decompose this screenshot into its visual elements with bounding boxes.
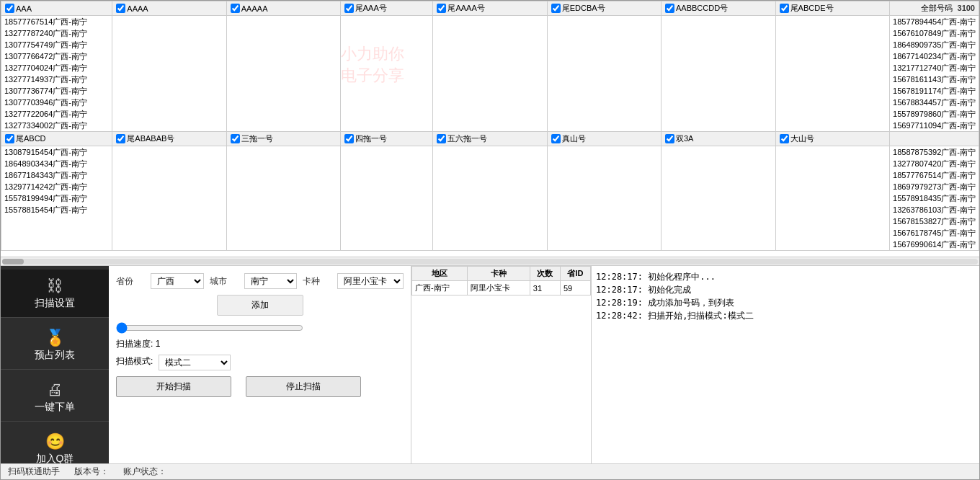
col-checkbox-zhengshan[interactable]	[551, 134, 561, 143]
horizontal-scrollbar[interactable]	[1, 257, 979, 265]
col-checkbox-3tuo1[interactable]	[231, 134, 240, 143]
data-cell-weiAAA	[340, 16, 433, 132]
scan-icon: ⛓	[47, 277, 63, 295]
log-line-1: 12:28:17: 初始化程序中...	[596, 270, 975, 283]
data-cell-all-2: 18587875392广西-南宁 13277807420广西-南宁 185777…	[890, 146, 979, 251]
col-card: 卡种	[467, 267, 530, 281]
col-checkbox-dashan[interactable]	[780, 134, 789, 143]
add-button[interactable]: 添加	[217, 295, 303, 316]
scroll-thumb[interactable]	[2, 259, 24, 265]
nav-reserve-list[interactable]: 🏅 预占列表	[1, 321, 109, 370]
data-cell-weiABCD: 13087915454广西-南宁 18648903434广西-南宁 186771…	[1, 146, 112, 251]
cell-province-id: 59	[560, 281, 590, 295]
col-header-AAAA[interactable]: AAAA	[112, 1, 226, 16]
data-cell-weiEDCBA	[547, 16, 661, 132]
data-cell-weiABABAB	[112, 146, 226, 251]
account-label: 账户状态：	[123, 466, 166, 478]
app-container: 小力助你 电子分享 AAA AAAA AAAAA	[0, 0, 980, 480]
col-checkbox-AABBCCDD[interactable]	[665, 4, 674, 13]
mode-label: 扫描模式:	[116, 355, 153, 368]
oneclick-icon: 🖨	[47, 381, 63, 399]
data-row-1: 18577767514广西-南宁 13277787240广西-南宁 130777…	[1, 16, 979, 132]
col-header-AABBCCDD[interactable]: AABBCCDD号	[662, 1, 776, 16]
col-checkbox-weiABCDE[interactable]	[780, 4, 789, 13]
col-checkbox-shuang3A[interactable]	[665, 134, 674, 143]
header-row-1: AAA AAAA AAAAA 尾AAA号 尾AAAA号	[1, 1, 979, 16]
speed-slider[interactable]	[116, 323, 303, 333]
city-select[interactable]: 南宁 柳州 桂林	[244, 273, 298, 289]
col-checkbox-AAAA[interactable]	[116, 4, 125, 13]
scan-btn-row: 开始扫描 停止扫描	[116, 376, 404, 397]
status-bar: 扫码联通助手 版本号： 账户状态：	[1, 463, 979, 479]
scroll-track[interactable]	[2, 259, 978, 265]
header-row-2: 尾ABCD 尾ABABAB号 三拖一号 四拖一号 五六拖一号	[1, 132, 979, 146]
data-cell-AAAA	[112, 16, 226, 132]
col-header-AAAAA[interactable]: AAAAA	[226, 1, 340, 16]
data-cell-all-1: 18577894454广西-南宁 15676107849广西-南宁 186489…	[890, 16, 979, 132]
stop-scan-button[interactable]: 停止扫描	[246, 376, 361, 397]
cell-count: 31	[530, 281, 560, 295]
nav-one-click[interactable]: 🖨 一键下单	[1, 373, 109, 422]
col-checkbox-56tuo1[interactable]	[437, 134, 446, 143]
col-checkbox-AAAAA[interactable]	[231, 4, 240, 13]
mode-row: 扫描模式: 模式一 模式二 模式三	[116, 355, 404, 370]
col-header-AAA[interactable]: AAA	[1, 1, 112, 16]
data-cell-AAA: 18577767514广西-南宁 13277787240广西-南宁 130777…	[1, 16, 112, 132]
cell-region: 广西-南宁	[412, 281, 468, 295]
col-header-zhengshan[interactable]: 真山号	[547, 132, 661, 146]
card-label: 卡种	[303, 275, 331, 288]
qq-icon: 😊	[45, 432, 65, 451]
data-cell-dashan	[775, 146, 889, 251]
col-checkbox-weiAAAA[interactable]	[437, 4, 446, 13]
col-header-empty	[890, 132, 979, 146]
col-header-weiEDCBA[interactable]: 尾EDCBA号	[547, 1, 661, 16]
add-btn-row: 添加	[116, 295, 404, 316]
col-region: 地区	[412, 267, 468, 281]
table-wrapper[interactable]: 小力助你 电子分享 AAA AAAA AAAAA	[1, 1, 979, 257]
data-cell-zhengshan	[547, 146, 661, 251]
col-header-shuang3A[interactable]: 双3A	[662, 132, 776, 146]
data-cell-weiABCDE	[775, 16, 889, 132]
data-table-header: 地区 卡种 次数 省ID	[412, 267, 591, 281]
col-header-dashan[interactable]: 大山号	[775, 132, 889, 146]
data-cell-4tuo1	[340, 146, 433, 251]
nav-scan-settings[interactable]: ⛓ 扫描设置	[1, 270, 109, 318]
card-select[interactable]: 阿里小宝卡 联通卡	[337, 273, 404, 289]
data-cell-AABBCCDD	[662, 16, 776, 132]
scan-data-table: 地区 卡种 次数 省ID 广西-南宁 阿里小宝卡 31 59	[411, 266, 591, 295]
province-select[interactable]: 广西 广东 湖南	[151, 273, 204, 289]
bottom-panel: ⛓ 扫描设置 🏅 预占列表 🖨 一键下单 😊 加入Q群 省份 广西	[1, 265, 979, 463]
data-cell-weiAAAA	[433, 16, 547, 132]
start-scan-button[interactable]: 开始扫描	[116, 376, 231, 397]
col-checkbox-weiEDCBA[interactable]	[551, 4, 561, 13]
col-header-weiABABAB[interactable]: 尾ABABAB号	[112, 132, 226, 146]
speed-label: 扫描速度: 1	[116, 338, 404, 350]
data-cell-shuang3A	[662, 146, 776, 251]
app-name-label: 扫码联通助手	[8, 466, 60, 478]
log-panel: 12:28:17: 初始化程序中... 12:28:17: 初始化完成 12:2…	[592, 266, 979, 463]
col-header-3tuo1[interactable]: 三拖一号	[226, 132, 340, 146]
log-line-4: 12:28:42: 扫描开始,扫描模式:模式二	[596, 309, 975, 322]
data-cell-AAAAA	[226, 16, 340, 132]
mode-select[interactable]: 模式一 模式二 模式三	[159, 355, 231, 370]
col-checkbox-weiABABAB[interactable]	[116, 134, 125, 143]
col-checkbox-4tuo1[interactable]	[344, 134, 354, 143]
cell-card: 阿里小宝卡	[467, 281, 530, 295]
data-cell-3tuo1	[226, 146, 340, 251]
col-header-56tuo1[interactable]: 五六拖一号	[433, 132, 547, 146]
col-header-weiABCDE[interactable]: 尾ABCDE号	[775, 1, 889, 16]
slider-container	[116, 323, 404, 335]
col-header-weiABCD[interactable]: 尾ABCD	[1, 132, 112, 146]
col-checkbox-AAA[interactable]	[5, 4, 14, 13]
col-header-weiAAA[interactable]: 尾AAA号	[340, 1, 433, 16]
col-header-weiAAAA[interactable]: 尾AAAA号	[433, 1, 547, 16]
province-label: 省份	[116, 275, 145, 288]
col-count: 次数	[530, 267, 560, 281]
top-table-area: 小力助你 电子分享 AAA AAAA AAAAA	[1, 1, 979, 265]
col-checkbox-weiAAA[interactable]	[344, 4, 354, 13]
col-checkbox-weiABCD[interactable]	[5, 134, 14, 143]
reserve-icon: 🏅	[45, 329, 65, 347]
col-header-count: 全部号码 3100	[890, 1, 979, 16]
col-header-4tuo1[interactable]: 四拖一号	[340, 132, 433, 146]
version-label: 版本号：	[74, 466, 109, 478]
